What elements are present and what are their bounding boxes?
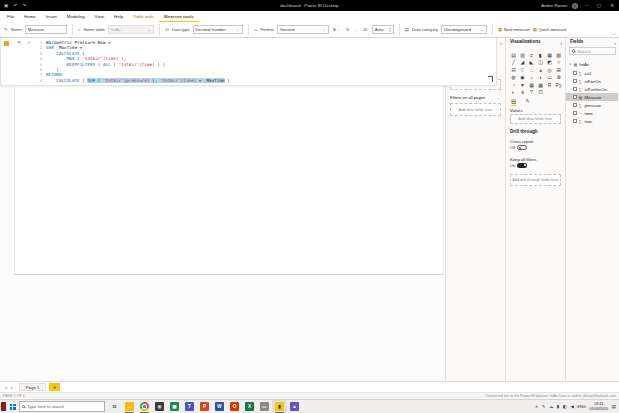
cross-report-toggle[interactable] (517, 145, 527, 150)
ribbon-tab[interactable]: Home (19, 11, 41, 22)
donut-chart-icon[interactable]: ◎ (545, 66, 554, 74)
new-page-button[interactable]: + (49, 383, 60, 391)
next-page-arrow[interactable]: ▸ (9, 385, 15, 390)
funnel-chart-icon[interactable]: ▽ (518, 66, 527, 74)
signed-in-user[interactable]: Andrei Florian (541, 3, 567, 8)
collapse-visualizations-icon[interactable]: › (560, 40, 562, 46)
power-bi-icon[interactable]: ▮ (272, 400, 287, 413)
field-checkbox[interactable] (573, 87, 577, 91)
field-row[interactable]: ∑ pressure (566, 101, 618, 109)
ribbon-tab[interactable]: Insert (41, 11, 62, 22)
data-type-select[interactable]: Decimal number⌄ (193, 25, 243, 34)
field-checkbox[interactable] (573, 71, 577, 75)
filters-all-pages-dropzone[interactable]: Add data fields here (450, 103, 501, 116)
matrix-icon[interactable]: ▩ (536, 81, 545, 89)
formula-code[interactable]: 1Barometric Pressure Now =2VAR _MaxTime … (37, 40, 230, 83)
field-checkbox[interactable] (573, 103, 577, 107)
teams-icon[interactable]: T (182, 400, 197, 413)
commit-formula-button[interactable]: ✓ (27, 39, 31, 45)
remote-desktop-icon[interactable]: ▭ (257, 400, 272, 413)
measure-name-input[interactable]: Measure (25, 25, 67, 34)
code-line[interactable]: 8 CALCULATE ( SUM ( 'IntAir'[pressure] )… (37, 78, 230, 83)
volume-icon[interactable]: ◀ (570, 404, 573, 409)
clustered-column-chart-icon[interactable]: ▮ (536, 51, 545, 59)
decimal-places-stepper[interactable]: Auto▴▾ (372, 25, 394, 34)
waterfall-chart-icon[interactable]: ⊟ (509, 66, 518, 74)
qa-icon[interactable]: ? (527, 89, 536, 97)
field-row[interactable]: ∑ isFanOn (566, 77, 618, 85)
more-options-icon[interactable]: … (497, 95, 501, 100)
vlc-icon[interactable]: ▲ (287, 400, 302, 413)
field-checkbox[interactable] (573, 95, 577, 99)
hidden-icons-chevron[interactable]: ∧ (535, 404, 538, 409)
user-avatar[interactable] (572, 3, 578, 9)
network-icon[interactable]: ◧ (563, 404, 567, 409)
line-chart-icon[interactable]: ╱ (509, 59, 518, 67)
chrome-icon[interactable] (137, 400, 152, 413)
field-row[interactable]: ▦ Measure (566, 93, 618, 101)
100-stacked-bar-chart-icon[interactable]: ▦ (545, 51, 554, 59)
treemap-icon[interactable]: ⊞ (554, 66, 563, 74)
page-tab[interactable]: Page 1 (19, 383, 46, 391)
collapse-table-icon[interactable]: ∧ (569, 62, 571, 66)
minimize-button[interactable]: – (583, 0, 590, 11)
power-apps-icon[interactable]: ⊡ (536, 89, 545, 97)
cancel-formula-button[interactable]: ✕ (17, 39, 21, 45)
collapse-ribbon-icon[interactable]: ⌄ (612, 31, 616, 36)
home-table-select[interactable]: IntAir⌄ (108, 25, 154, 34)
collapse-filters-icon[interactable]: › (500, 40, 502, 46)
100-stacked-column-chart-icon[interactable]: ▧ (554, 51, 563, 59)
data-category-select[interactable]: Uncategorized⌄ (441, 25, 487, 34)
report-canvas[interactable] (0, 38, 445, 381)
screen-recorder-icon[interactable]: ▣ (167, 400, 182, 413)
powerpoint-icon[interactable]: P (197, 400, 212, 413)
line-stacked-column-chart-icon[interactable]: ◫ (536, 59, 545, 67)
field-row[interactable]: ∑ co2 (566, 69, 618, 77)
shape-map-icon[interactable]: ⌂ (527, 74, 536, 82)
action-center-icon[interactable]: ▤ (611, 404, 616, 409)
percent-format-button[interactable]: % (344, 27, 351, 32)
battery-icon[interactable]: ▮ (557, 404, 559, 409)
ribbon-chart-icon[interactable]: ≈ (554, 59, 563, 67)
quick-measure-button[interactable]: ▦Quick measure (533, 27, 567, 32)
area-chart-icon[interactable]: ◢ (518, 59, 527, 67)
table-node-intair[interactable]: ∧ ▦ IntAir (569, 60, 589, 68)
r-script-icon[interactable]: R (545, 81, 554, 89)
line-clustered-column-chart-icon[interactable]: ◩ (545, 59, 554, 67)
multirow-card-icon[interactable]: ≣ (554, 74, 563, 82)
taskbar-search-input[interactable]: Type here to search (19, 401, 105, 412)
slicer-icon[interactable]: ▼ (518, 81, 527, 89)
ribbon-tab[interactable]: Table tools (128, 11, 159, 22)
scatter-chart-icon[interactable]: ∴ (527, 66, 536, 74)
map-icon[interactable]: ◍ (509, 74, 518, 82)
new-measure-button[interactable]: ▦New measure (498, 27, 530, 32)
field-row[interactable]: ∑ tvoc (566, 117, 618, 125)
excel-icon[interactable]: X (242, 400, 257, 413)
format-select[interactable]: General⌄ (277, 25, 329, 34)
viz-format-tab[interactable]: ✎ (525, 98, 530, 106)
kpi-icon[interactable]: ◔ (509, 81, 518, 89)
decomposition-tree-icon[interactable]: ⋔ (518, 89, 527, 97)
ribbon-tab[interactable]: Measure tools (159, 11, 199, 22)
file-explorer-icon[interactable]: ▱ (122, 400, 137, 413)
field-checkbox[interactable] (573, 111, 577, 115)
field-checkbox[interactable] (573, 119, 577, 123)
pie-chart-icon[interactable]: ◕ (536, 66, 545, 74)
start-button[interactable] (6, 400, 19, 413)
thousands-separator-button[interactable]: , (354, 27, 358, 32)
table-icon[interactable]: ▦ (527, 81, 536, 89)
field-row[interactable]: ∑ isPurifierOn (566, 85, 618, 93)
task-view-icon[interactable]: ⊡ (107, 400, 122, 413)
key-influencers-icon[interactable]: ◐ (509, 89, 518, 97)
close-button[interactable]: ✕ (608, 0, 616, 11)
clustered-bar-chart-icon[interactable]: ≡ (527, 51, 536, 59)
fields-search-input[interactable]: Search (569, 47, 616, 55)
word-icon[interactable]: W (212, 400, 227, 413)
drill-through-dropzone[interactable]: Add drill-through fields here (510, 174, 561, 186)
stacked-column-chart-icon[interactable]: ▥ (518, 51, 527, 59)
onedrive-icon[interactable]: ☁ (549, 404, 553, 409)
card-icon[interactable]: ▭ (545, 74, 554, 82)
values-dropzone[interactable]: Add data fields here (510, 114, 561, 124)
clock[interactable]: 18:41 01/06/2020 (589, 402, 607, 411)
ribbon-tab[interactable]: Modeling (62, 11, 90, 22)
